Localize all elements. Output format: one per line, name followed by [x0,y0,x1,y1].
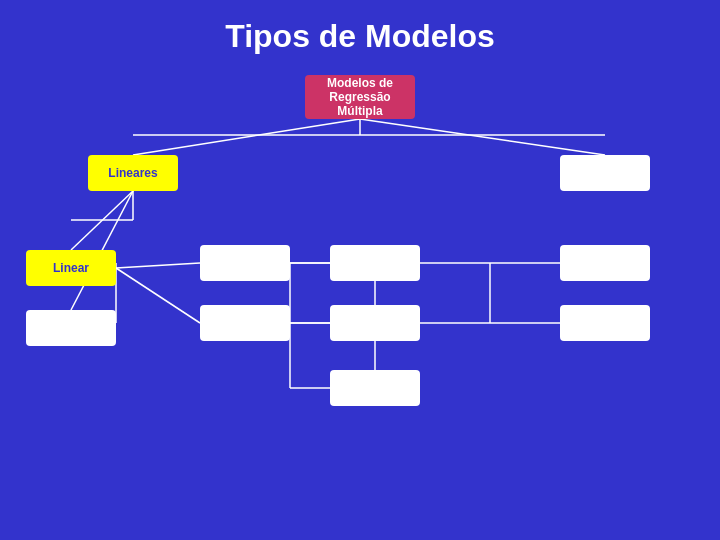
white-node-c1 [330,245,420,281]
svg-line-9 [116,268,200,323]
white-node-r1 [560,155,650,191]
svg-line-0 [133,119,360,155]
white-node-m1 [200,245,290,281]
svg-line-4 [71,191,133,250]
white-node-rr2 [560,305,650,341]
connector-lines [0,65,720,540]
root-node: Modelos de Regressão Múltipla [305,75,415,119]
white-node-lb1 [26,310,116,346]
lineares-node: Lineares [88,155,178,191]
svg-line-8 [116,263,200,268]
white-node-c2 [330,305,420,341]
white-node-rr1 [560,245,650,281]
diagram-container: Modelos de Regressão Múltipla Lineares L… [0,65,720,540]
page-title: Tipos de Modelos [0,0,720,65]
white-node-m2 [200,305,290,341]
svg-line-1 [360,119,605,155]
white-node-c3 [330,370,420,406]
linear-node: Linear [26,250,116,286]
